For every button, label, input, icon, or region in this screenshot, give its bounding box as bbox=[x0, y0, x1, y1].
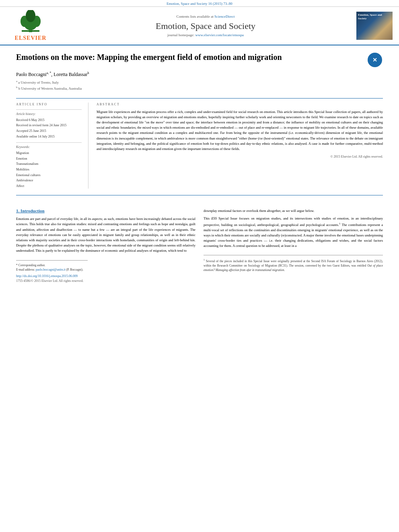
article-title-section: Emotions on the move: Mapping the emerge… bbox=[16, 52, 383, 68]
corresponding-note: * Corresponding author. bbox=[16, 263, 195, 267]
authors-line: Paolo Boccagnia, *, Loretta Baldassarb bbox=[16, 71, 383, 78]
journal-header: ELSEVIER Contents lists available at Sci… bbox=[0, 7, 399, 45]
elsevier-brand-text: ELSEVIER bbox=[15, 35, 47, 41]
history-label: Article history: bbox=[16, 112, 82, 116]
crossmark-icon bbox=[368, 53, 382, 67]
body-content: 1. Introduction Emotions are part and pa… bbox=[0, 208, 399, 283]
journal-thumb-text: Emotion, Space and Society bbox=[358, 13, 391, 21]
email-address[interactable]: paolo.boccagni@unitn.it bbox=[36, 268, 66, 271]
right-para1: downplay emotional factors or overlook t… bbox=[204, 208, 383, 214]
introduction-para1: Emotions are part and parcel of everyday… bbox=[16, 216, 195, 253]
footnote-ref-1: 1 bbox=[339, 222, 341, 225]
footnote-divider bbox=[16, 260, 88, 261]
keyword-emotional-cultures: Emotional cultures bbox=[16, 173, 82, 178]
affiliations: a a University of Trento, Italy b b Univ… bbox=[16, 79, 383, 92]
accepted-date: Accepted 25 June 2015 bbox=[16, 128, 82, 134]
abstract-text: Migrant life experiences and the migrati… bbox=[97, 109, 383, 152]
introduction-heading: 1. Introduction bbox=[16, 208, 195, 213]
available-date: Available online 14 July 2015 bbox=[16, 134, 82, 140]
two-column-section: ARTICLE INFO Article history: Received 6… bbox=[16, 98, 383, 189]
journal-center: Contents lists available at ScienceDirec… bbox=[55, 14, 356, 37]
section-divider bbox=[16, 195, 383, 195]
crossmark[interactable] bbox=[367, 52, 383, 68]
issn-text: 1755-4586/© 2015 Elsevier Ltd. All right… bbox=[16, 279, 195, 283]
homepage-line: journal homepage: www.elsevier.com/locat… bbox=[63, 33, 348, 37]
abstract-section: ABSTRACT Migrant life experiences and th… bbox=[97, 103, 383, 189]
keyword-migration: Migration bbox=[16, 150, 82, 156]
email-suffix: (P. Boccagni). bbox=[66, 268, 83, 271]
contents-label: Contents lists available at bbox=[177, 14, 214, 18]
homepage-prefix: journal homepage: bbox=[167, 33, 194, 37]
homepage-url[interactable]: www.elsevier.com/locate/emospa bbox=[195, 33, 244, 37]
dates: Received 6 May 2015 Received in revised … bbox=[16, 117, 82, 139]
sciencedirect-link[interactable]: ScienceDirect bbox=[214, 14, 234, 18]
keyword-transnationalism: Transnationalism bbox=[16, 161, 82, 167]
corresponding-label: * Corresponding author. bbox=[16, 263, 45, 267]
article-history: Article history: Received 6 May 2015 Rec… bbox=[16, 109, 82, 139]
keyword-affect: Affect bbox=[16, 183, 82, 189]
abstract-heading: ABSTRACT bbox=[97, 103, 383, 106]
email-label: E-mail address: bbox=[16, 268, 35, 271]
contents-line: Contents lists available at ScienceDirec… bbox=[63, 14, 348, 18]
keyword-ambivalence: Ambivalence bbox=[16, 178, 82, 183]
keyword-emotion: Emotion bbox=[16, 156, 82, 162]
article-title: Emotions on the move: Mapping the emerge… bbox=[16, 52, 367, 62]
received-revised-date: Received in revised form 24 June 2015 bbox=[16, 123, 82, 128]
author-1: Paolo Boccagni bbox=[16, 72, 47, 77]
journal-thumbnail: Emotion, Space and Society bbox=[356, 12, 393, 40]
received-date: Received 6 May 2015 bbox=[16, 117, 82, 123]
email-note: E-mail address: paolo.boccagni@unitn.it … bbox=[16, 267, 195, 272]
keywords-section: Keywords: Migration Emotion Transnationa… bbox=[16, 142, 82, 189]
keywords-label: Keywords: bbox=[16, 145, 82, 149]
right-footnote: 1 Several of the pieces included in this… bbox=[204, 255, 383, 272]
copyright: © 2015 Elsevier Ltd. All rights reserved… bbox=[97, 155, 383, 158]
affiliation-a: a a University of Trento, Italy bbox=[16, 79, 383, 85]
journal-title: Emotion, Space and Society bbox=[63, 21, 348, 31]
elsevier-logo: ELSEVIER bbox=[6, 10, 55, 41]
article-info: ARTICLE INFO Article history: Received 6… bbox=[16, 103, 88, 189]
journal-citation: Emotion, Space and Society 16 (2015) 73–… bbox=[0, 0, 399, 7]
body-right-column: downplay emotional factors or overlook t… bbox=[204, 208, 383, 283]
svg-rect-5 bbox=[22, 30, 39, 32]
author-2: Loretta Baldassar bbox=[53, 72, 87, 77]
citation-text: Emotion, Space and Society 16 (2015) 73–… bbox=[167, 2, 232, 6]
right-para2: This ESS Special Issue focuses on migrat… bbox=[204, 216, 383, 249]
article-info-heading: ARTICLE INFO bbox=[16, 103, 82, 106]
doi-link[interactable]: http://dx.doi.org/10.1016/j.emospa.2015.… bbox=[16, 274, 195, 278]
affiliation-b: b b University of Western Australia, Aus… bbox=[16, 85, 383, 91]
paper-content: Emotions on the move: Mapping the emerge… bbox=[0, 45, 399, 208]
body-left-column: 1. Introduction Emotions are part and pa… bbox=[16, 208, 195, 283]
elsevier-tree-icon bbox=[14, 10, 47, 34]
keyword-mobilities: Mobilities bbox=[16, 167, 82, 173]
